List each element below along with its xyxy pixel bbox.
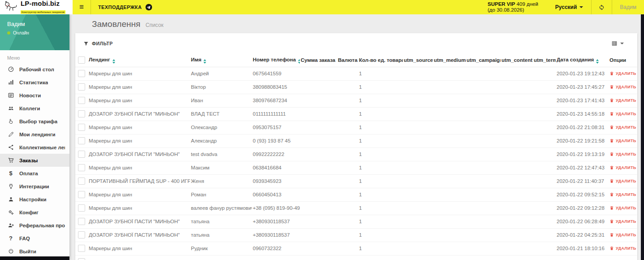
menu-toggle-button[interactable]: ≡ xyxy=(73,0,91,14)
table-row: Маркеры для шинАндрей067564155912020-01-… xyxy=(75,67,637,81)
refresh-button[interactable] xyxy=(592,0,612,14)
cell-created: 2020-01-22 21:08:31 xyxy=(556,121,605,134)
delete-button[interactable]: УДАЛИТЬ xyxy=(609,165,636,170)
delete-button[interactable]: УДАЛИТЬ xyxy=(609,152,636,156)
cell-utm_campaign xyxy=(466,81,501,94)
cell-utm_source xyxy=(403,134,433,148)
dashboard-icon xyxy=(7,66,14,73)
cell-utm_term xyxy=(533,256,556,260)
sidebar-footer-strip xyxy=(0,256,69,260)
cell-utm_campaign xyxy=(466,67,501,81)
cell-utm_source xyxy=(403,161,433,175)
sidebar-item-tariff[interactable]: Выбор тарифа xyxy=(0,115,69,128)
page-scrollbar[interactable] xyxy=(641,14,644,260)
user-menu[interactable]: Вадим xyxy=(612,0,644,14)
sidebar-item-collective-landings[interactable]: Коллективные лендинги xyxy=(0,141,69,154)
row-checkbox[interactable] xyxy=(78,231,85,238)
cell-sum xyxy=(300,81,337,94)
column-header-utm_content: utm_content xyxy=(501,53,533,67)
profile-name: Вадим xyxy=(7,21,62,27)
sidebar-item-label: FAQ xyxy=(19,236,30,241)
delete-button[interactable]: УДАЛИТЬ xyxy=(609,233,636,237)
delete-button[interactable]: УДАЛИТЬ xyxy=(609,179,636,183)
column-view-button[interactable] xyxy=(611,40,624,47)
sidebar: Вадим Онлайн Меню Рабочий столСтатистика… xyxy=(0,14,69,260)
logo[interactable]: LP-mobi.biz Конструктор мобильных лендин… xyxy=(0,0,73,14)
sidebar-item-dashboard[interactable]: Рабочий стол xyxy=(0,63,69,76)
cell-utm_term xyxy=(533,188,556,202)
sidebar-item-colleagues[interactable]: Коллеги xyxy=(0,102,69,115)
row-checkbox[interactable] xyxy=(78,137,85,144)
row-checkbox[interactable] xyxy=(78,191,85,198)
delete-label: УДАЛИТЬ xyxy=(616,125,636,130)
row-checkbox[interactable] xyxy=(78,164,85,171)
stats-icon xyxy=(7,79,14,86)
language-selector[interactable]: Русский xyxy=(547,0,592,14)
row-checkbox[interactable] xyxy=(78,110,85,117)
delete-button[interactable]: УДАЛИТЬ xyxy=(609,219,636,224)
row-checkbox[interactable] xyxy=(78,204,85,212)
sidebar-item-logout[interactable]: Выйти xyxy=(0,245,69,258)
hand-pointer-icon xyxy=(7,118,14,125)
sidebar-item-settings[interactable]: Настройки xyxy=(0,193,69,206)
table-row: Маркеры для шинРудник096073232212020-01-… xyxy=(75,242,637,256)
sidebar-item-stats[interactable]: Статистика xyxy=(0,76,69,89)
column-header-landing[interactable]: Лендинг xyxy=(88,53,190,67)
cell-utm_medium xyxy=(433,229,466,242)
column-header-utm_campaign: utm_campaign xyxy=(466,53,501,67)
sidebar-item-my-landings[interactable]: Мои лендинги xyxy=(0,128,69,141)
sidebar-item-payment[interactable]: $Оплата xyxy=(0,167,69,180)
delete-button[interactable]: УДАЛИТЬ xyxy=(609,192,636,197)
cell-utm_content xyxy=(501,121,533,134)
trash-icon xyxy=(609,192,614,197)
row-checkbox[interactable] xyxy=(78,245,85,252)
delete-button[interactable]: УДАЛИТЬ xyxy=(609,71,636,76)
sidebar-item-referral[interactable]: Реферальная программа xyxy=(0,219,69,232)
cell-qty: 1 xyxy=(358,108,403,121)
support-button[interactable]: ТЕХПОДДЕРЖКА xyxy=(91,0,160,14)
sidebar-item-integrations[interactable]: Интеграции xyxy=(0,180,69,193)
row-checkbox[interactable] xyxy=(78,124,85,131)
row-checkbox[interactable] xyxy=(78,83,85,91)
column-label: utm_content xyxy=(501,57,532,63)
row-checkbox[interactable] xyxy=(78,258,85,260)
row-checkbox[interactable] xyxy=(78,70,85,77)
cell-name: Женя xyxy=(190,175,252,188)
sort-icon xyxy=(203,59,206,64)
sidebar-item-orders[interactable]: Заказы xyxy=(0,154,69,167)
cell-currency xyxy=(337,134,358,148)
column-header-name[interactable]: Имя xyxy=(190,53,252,67)
hamburger-icon: ≡ xyxy=(79,3,84,12)
sidebar-item-news[interactable]: Новости xyxy=(0,89,69,102)
column-label: Номер телефона xyxy=(253,57,296,62)
select-all-checkbox[interactable] xyxy=(78,56,85,64)
cell-utm_campaign xyxy=(466,94,501,108)
cell-sum xyxy=(300,67,337,81)
cell-utm_source xyxy=(403,121,433,134)
sidebar-item-config[interactable]: Конфиг xyxy=(0,206,69,219)
row-checkbox[interactable] xyxy=(78,151,85,158)
delete-button[interactable]: УДАЛИТЬ xyxy=(609,85,636,89)
cell-utm_campaign xyxy=(466,229,501,242)
row-checkbox[interactable] xyxy=(78,97,85,104)
sidebar-item-faq[interactable]: ?FAQ xyxy=(0,232,69,245)
delete-button[interactable]: УДАЛИТЬ xyxy=(609,98,636,103)
delete-button[interactable]: УДАЛИТЬ xyxy=(609,246,636,251)
delete-button[interactable]: УДАЛИТЬ xyxy=(609,125,636,130)
cell-utm_campaign xyxy=(466,202,501,215)
cell-currency xyxy=(337,94,358,108)
sidebar-item-label: Статистика xyxy=(19,80,48,85)
users-icon xyxy=(7,105,14,112)
delete-button[interactable]: УДАЛИТЬ xyxy=(609,139,636,143)
delete-button[interactable]: УДАЛИТЬ xyxy=(609,206,636,210)
row-checkbox[interactable] xyxy=(78,178,85,185)
filter-button[interactable]: ФИЛЬТР xyxy=(83,41,113,46)
delete-label: УДАЛИТЬ xyxy=(616,233,636,237)
row-checkbox[interactable] xyxy=(78,218,85,225)
column-header-phone[interactable]: Номер телефона xyxy=(252,53,300,67)
cell-qty: 1 xyxy=(358,215,403,229)
column-header-created[interactable]: Дата создания xyxy=(556,53,605,67)
column-header-utm_medium: utm_medium xyxy=(433,53,466,67)
delete-button[interactable]: УДАЛИТЬ xyxy=(609,112,636,116)
table-row: Маркеры для шинАлександр0 (93) 193 87 45… xyxy=(75,134,637,148)
